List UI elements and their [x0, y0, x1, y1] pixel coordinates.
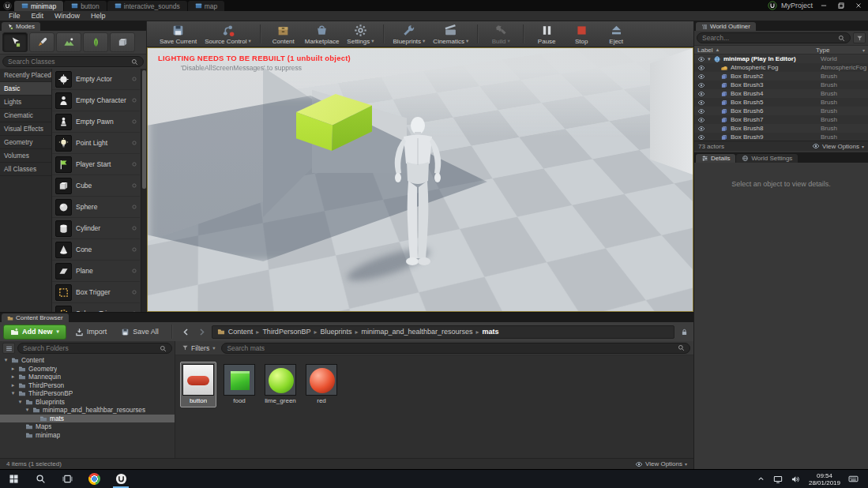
- start-button[interactable]: [0, 470, 27, 488]
- tab-world-outliner[interactable]: World Outliner: [696, 22, 756, 31]
- expander-icon[interactable]: ▸: [10, 374, 16, 380]
- expander-icon[interactable]: ▸: [10, 382, 16, 389]
- minimize-button[interactable]: [817, 1, 830, 10]
- toolbar-stop-button[interactable]: Stop: [565, 22, 598, 47]
- outliner-row-box-brush3[interactable]: Box Brush3Brush: [694, 81, 868, 89]
- folder-mats[interactable]: mats: [0, 415, 175, 423]
- outliner-row-minimap-play-in-editor[interactable]: ▾minimap (Play In Editor)World: [694, 54, 868, 63]
- folder-thirdperson[interactable]: ▸ThirdPerson: [0, 381, 175, 390]
- place-item-cone[interactable]: Cone: [52, 239, 140, 261]
- drag-grip-icon[interactable]: [130, 267, 138, 275]
- outliner-row-box-brush8[interactable]: Box Brush8Brush: [694, 124, 868, 133]
- outliner-row-box-brush5[interactable]: Box Brush5Brush: [694, 98, 868, 107]
- unreal-taskbar-icon[interactable]: [107, 470, 134, 488]
- place-item-player-start[interactable]: Player Start: [52, 154, 140, 175]
- place-item-cylinder[interactable]: Cylinder: [52, 218, 140, 239]
- tray-expand-button[interactable]: [753, 475, 769, 483]
- folder-blueprints[interactable]: ▾Blueprints: [0, 398, 175, 407]
- folder-content[interactable]: ▾Content: [0, 356, 175, 365]
- visibility-icon[interactable]: [696, 55, 706, 63]
- breadcrumb-thirdpersonbp[interactable]: ThirdPersonBP: [262, 328, 310, 336]
- tab-world-settings[interactable]: World Settings: [736, 154, 798, 163]
- visibility-icon[interactable]: [696, 107, 706, 115]
- toolbar-pause-button[interactable]: Pause: [530, 22, 563, 47]
- filters-button[interactable]: Filters ▾: [178, 343, 218, 354]
- window-tab-map[interactable]: map: [188, 1, 225, 11]
- drag-grip-icon[interactable]: [130, 246, 138, 253]
- folder-maps[interactable]: Maps: [0, 422, 175, 431]
- close-button[interactable]: [851, 1, 865, 10]
- place-item-cube[interactable]: Cube: [52, 175, 140, 197]
- column-label[interactable]: Label: [697, 47, 713, 54]
- chrome-taskbar-icon[interactable]: [81, 470, 107, 488]
- tab-content-browser[interactable]: Content Browser: [2, 313, 69, 322]
- search-folders-input[interactable]: [23, 344, 156, 352]
- visibility-icon[interactable]: [696, 116, 706, 124]
- column-type[interactable]: Type: [816, 47, 829, 54]
- category-all-classes[interactable]: All Classes: [0, 163, 51, 176]
- visibility-icon[interactable]: [696, 125, 706, 133]
- folder-geometry[interactable]: ▸Geometry: [0, 365, 175, 374]
- search-assets-input[interactable]: [227, 344, 674, 352]
- asset-red[interactable]: red: [303, 362, 340, 407]
- taskbar-search-button[interactable]: [27, 470, 54, 488]
- expander-icon[interactable]: ▸: [10, 366, 16, 372]
- folder-mannequin[interactable]: ▸Mannequin: [0, 373, 175, 381]
- visibility-icon[interactable]: [696, 64, 706, 72]
- clock[interactable]: 09:54 28/01/2019: [805, 472, 844, 486]
- drag-grip-icon[interactable]: [130, 288, 138, 296]
- foliage-mode-button[interactable]: [83, 32, 108, 52]
- window-tab-button[interactable]: button: [64, 1, 107, 11]
- category-geometry[interactable]: Geometry: [0, 136, 51, 149]
- modes-scrollbar[interactable]: [141, 69, 146, 312]
- breadcrumb-blueprints[interactable]: Blueprints: [320, 328, 351, 336]
- toolbar-marketplace-button[interactable]: Marketplace: [302, 22, 343, 47]
- visibility-icon[interactable]: [696, 81, 706, 89]
- category-volumes[interactable]: Volumes: [0, 149, 51, 163]
- outliner-row-atmospheric-fog[interactable]: Atmospheric FogAtmosphericFog: [694, 63, 868, 72]
- folder-thirdpersonbp[interactable]: ▾ThirdPersonBP: [0, 389, 175, 398]
- drag-grip-icon[interactable]: [130, 75, 138, 83]
- assets-view-options[interactable]: View Options ▾: [635, 460, 687, 468]
- viewport[interactable]: LIGHTING NEEDS TO BE REBUILT (1 unbuilt …: [147, 47, 693, 312]
- expander-icon[interactable]: ▾: [10, 390, 16, 396]
- drag-grip-icon[interactable]: [130, 118, 138, 126]
- sources-toggle-button[interactable]: [2, 343, 15, 354]
- window-tab-minimap[interactable]: minimap: [14, 1, 63, 11]
- category-recently-placed[interactable]: Recently Placed: [0, 69, 51, 82]
- modes-tab[interactable]: Modes: [2, 22, 40, 31]
- toolbar-source-control-button[interactable]: Source Control▾: [201, 22, 254, 47]
- modes-search-input[interactable]: [8, 58, 128, 66]
- visibility-icon[interactable]: [696, 133, 706, 141]
- scroll-thumb[interactable]: [142, 70, 146, 189]
- toolbar-build-button[interactable]: Build▾: [484, 22, 517, 47]
- asset-button[interactable]: button: [180, 362, 216, 407]
- type-filter-icon[interactable]: ▾: [862, 47, 865, 53]
- toolbar-eject-button[interactable]: Eject: [599, 22, 633, 47]
- volume-icon[interactable]: [787, 475, 804, 484]
- drag-grip-icon[interactable]: [130, 224, 138, 232]
- folder-minimap-and-healthbar-resourses[interactable]: ▾minimap_and_healthbar_resourses: [0, 406, 175, 415]
- window-tab-interactive-sounds[interactable]: interactive_sounds: [107, 1, 187, 11]
- expander-icon[interactable]: ▾: [3, 357, 9, 363]
- category-lights[interactable]: Lights: [0, 96, 51, 109]
- expander-icon[interactable]: ▾: [708, 56, 713, 62]
- folder-minimap[interactable]: minimap: [0, 431, 175, 440]
- breadcrumb-content[interactable]: Content: [228, 328, 254, 336]
- tab-details[interactable]: Details: [696, 154, 735, 163]
- paint-mode-button[interactable]: [29, 32, 54, 52]
- toolbar-blueprints-button[interactable]: Blueprints▾: [390, 22, 429, 47]
- toolbar-save-current-button[interactable]: Save Current: [156, 22, 200, 47]
- category-basic[interactable]: Basic: [0, 82, 51, 96]
- place-item-sphere-trigger[interactable]: Sphere Trigger: [52, 303, 140, 312]
- place-item-empty-pawn[interactable]: Empty Pawn: [52, 111, 140, 133]
- place-item-empty-actor[interactable]: Empty Actor: [52, 69, 140, 90]
- asset-lime-green[interactable]: lime_green: [262, 362, 299, 407]
- menu-help[interactable]: Help: [85, 12, 111, 20]
- breadcrumb-minimap-and-healthbar-resourses[interactable]: minimap_and_healthbar_resourses: [361, 328, 472, 336]
- outliner-row-box-brush9[interactable]: Box Brush9Brush: [694, 133, 868, 141]
- maximize-button[interactable]: [834, 1, 847, 10]
- geometry-mode-button[interactable]: [110, 32, 135, 52]
- toolbar-cinematics-button[interactable]: Cinematics▾: [430, 22, 472, 47]
- drag-grip-icon[interactable]: [130, 139, 138, 147]
